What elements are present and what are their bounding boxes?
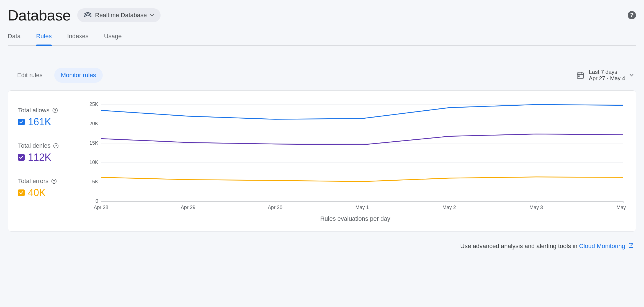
metric-label: Total denies [18,142,50,149]
metric-total-allows: Total allows ? 161K [18,107,73,128]
series-toggle-checkbox[interactable] [18,154,25,161]
x-tick-label: May 3 [529,205,543,210]
realtime-database-icon [84,12,92,18]
chevron-down-icon [630,74,633,77]
y-tick-label: 5K [92,179,98,184]
x-tick-label: Apr 29 [181,205,195,210]
chart-x-axis-label: Rules evaluations per day [84,215,626,222]
metric-total-errors: Total errors ? 40K [18,178,73,199]
series-line-total-errors [101,177,623,182]
tab-indexes[interactable]: Indexes [67,33,89,45]
chevron-down-icon [150,14,154,17]
date-range-value: Apr 27 - May 4 [589,75,625,82]
x-tick-label: May 1 [356,205,369,210]
subtab-edit-rules[interactable]: Edit rules [11,68,49,83]
x-tick-label: Apr 28 [94,205,108,210]
cloud-monitoring-note: Use advanced analysis and alerting tools… [8,243,636,250]
date-range-label: Last 7 days [589,69,625,75]
x-tick-label: Apr 30 [268,205,282,210]
cloud-monitoring-link[interactable]: Cloud Monitoring [579,243,625,249]
info-icon[interactable]: ? [51,178,57,184]
tab-data[interactable]: Data [8,33,20,45]
series-line-total-allows [101,105,623,119]
series-toggle-checkbox[interactable] [18,119,25,125]
x-tick-label: May 4 [617,205,626,210]
info-icon[interactable]: ? [53,143,59,149]
metric-label: Total allows [18,107,50,114]
svg-rect-6 [578,76,579,77]
calendar-icon [576,71,584,79]
monitor-rules-card: Total allows ? 161K Total denies ? [8,90,636,231]
y-tick-label: 25K [89,102,98,107]
x-tick-label: May 2 [442,205,456,210]
metric-total-denies: Total denies ? 112K [18,142,73,163]
open-external-icon [628,243,633,248]
svg-rect-2 [577,73,584,78]
subtab-monitor-rules[interactable]: Monitor rules [54,68,103,83]
svg-text:?: ? [54,109,56,113]
metric-value: 161K [28,116,51,128]
checkmark-icon [19,156,23,159]
checkmark-icon [19,191,23,194]
y-tick-label: 0 [96,198,98,204]
svg-text:?: ? [55,144,57,148]
page-title: Database [8,7,71,24]
y-tick-label: 20K [89,121,98,126]
svg-text:?: ? [53,179,55,183]
checkmark-icon [19,120,23,124]
help-icon[interactable]: ? [627,11,636,20]
metric-value: 112K [28,152,51,163]
rules-evaluations-chart: 05K10K15K20K25KApr 28Apr 29Apr 30May 1Ma… [84,102,626,212]
svg-text:?: ? [630,12,633,19]
series-toggle-checkbox[interactable] [18,189,25,196]
database-selector-label: Realtime Database [95,12,147,19]
metric-value: 40K [28,187,46,199]
date-range-selector[interactable]: Last 7 days Apr 27 - May 4 [576,69,633,82]
info-icon[interactable]: ? [52,108,58,113]
metric-label: Total errors [18,178,48,185]
footer-prefix: Use advanced analysis and alerting tools… [460,243,579,249]
tab-usage[interactable]: Usage [104,33,122,45]
main-tabs: DataRulesIndexesUsage [8,33,636,46]
subtabs: Edit rulesMonitor rules [11,68,103,83]
y-tick-label: 10K [89,160,98,165]
y-tick-label: 15K [89,140,98,146]
database-selector[interactable]: Realtime Database [77,8,161,22]
tab-rules[interactable]: Rules [36,33,51,45]
